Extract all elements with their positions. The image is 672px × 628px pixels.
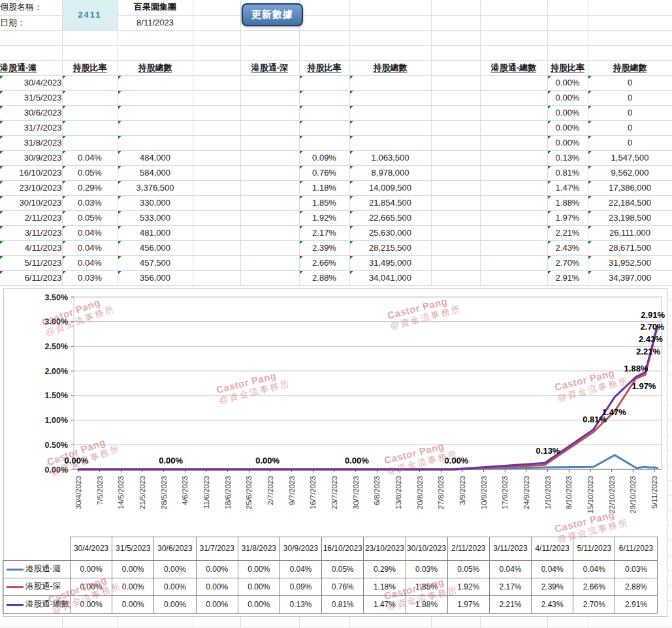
value-cell	[299, 120, 349, 135]
data-table-value: 0.04%	[280, 561, 321, 578]
column-header: 持股比率	[299, 60, 349, 75]
spreadsheet: 個股名稱： 2411 百果園集團 日期： 8/11/2023 港股通-滬持股比率…	[0, 0, 672, 628]
value-cell	[480, 90, 547, 105]
gridline-fragment	[668, 405, 672, 405]
cell-flag-icon	[350, 196, 353, 199]
data-table-value: 2.17%	[489, 578, 531, 596]
cell-flag-icon	[588, 256, 592, 259]
legend-cell: 港股通-總數	[3, 596, 71, 614]
cell-flag-icon	[118, 196, 121, 199]
gridline-fragment	[668, 345, 672, 345]
cell-flag-icon	[63, 211, 66, 214]
cell-flag-icon	[300, 166, 303, 169]
cell-flag-icon	[350, 91, 353, 94]
value-cell: 22,665,500	[349, 210, 431, 225]
update-data-button[interactable]: 更新數據	[242, 3, 303, 26]
value-cell	[349, 135, 431, 150]
value-cell	[193, 135, 240, 150]
cell-flag-icon	[0, 181, 3, 184]
date-cell: 4/11/2023	[0, 240, 62, 255]
value-cell: 0.00%	[547, 75, 588, 90]
value-cell: 34,041,000	[349, 270, 431, 285]
data-table-value: 0.00%	[196, 596, 238, 614]
value-cell	[118, 105, 193, 120]
column-header	[193, 60, 240, 75]
date-value: 8/11/2023	[118, 15, 193, 30]
data-table-value: 2.39%	[532, 578, 573, 596]
value-cell	[240, 270, 299, 285]
cell-flag-icon	[0, 136, 3, 139]
cell-flag-icon	[0, 151, 3, 154]
value-cell: 0	[588, 105, 672, 120]
value-cell	[240, 255, 299, 270]
cell-flag-icon	[548, 76, 551, 79]
cell-flag-icon	[350, 166, 353, 169]
data-table-corner	[3, 537, 71, 561]
data-table-series-row: 港股通-深0.00%0.00%0.00%0.00%0.00%0.09%0.76%…	[3, 578, 658, 596]
gridline-fragment	[668, 465, 672, 465]
column-header: 持股比率	[547, 60, 588, 75]
legend-label: 港股通-滬	[25, 564, 61, 574]
cell-flag-icon	[548, 241, 551, 244]
column-header: 港股通-深	[240, 60, 299, 75]
value-cell	[240, 105, 299, 120]
cell-flag-icon	[0, 196, 3, 199]
data-table-value: 1.88%	[406, 596, 447, 614]
value-cell	[431, 165, 480, 180]
table-row: 5/11/20230.04%457,5002.66%31,495,0002.70…	[0, 255, 672, 270]
value-cell	[431, 120, 480, 135]
legend-label: 港股通-總數	[25, 599, 69, 610]
cell-flag-icon	[588, 76, 592, 79]
cell-flag-icon	[63, 166, 66, 169]
value-cell: 14,009,500	[349, 180, 431, 195]
cell-flag-icon	[63, 121, 66, 124]
value-cell	[193, 120, 240, 135]
data-table-value: 0.00%	[154, 596, 196, 614]
cell-flag-icon	[548, 166, 551, 169]
table-row: 4/11/20230.04%456,0002.39%28,215,5002.43…	[0, 240, 672, 255]
value-cell: 0.13%	[547, 150, 588, 165]
data-table-date-header: 6/11/2023	[615, 537, 657, 561]
data-table-value: 1.85%	[406, 578, 447, 596]
value-cell	[193, 150, 240, 165]
data-table-date-header: 31/8/2023	[238, 537, 280, 561]
value-cell: 1.92%	[299, 210, 349, 225]
value-cell: 0.04%	[62, 150, 118, 165]
cell-flag-icon	[588, 226, 592, 229]
value-cell	[193, 180, 240, 195]
value-cell: 0	[588, 75, 672, 90]
gridline-fragment	[668, 360, 672, 360]
value-cell	[240, 165, 299, 180]
cell-flag-icon	[0, 121, 3, 124]
gridline-fragment	[668, 390, 672, 390]
value-cell	[480, 240, 547, 255]
gridline-fragment	[668, 495, 672, 495]
value-cell	[431, 225, 480, 240]
cell-flag-icon	[63, 196, 66, 199]
value-cell: 457,500	[118, 255, 193, 270]
value-cell: 0.00%	[547, 105, 588, 120]
legend-cell: 港股通-深	[3, 578, 71, 596]
stock-code-cell[interactable]: 2411	[62, 0, 118, 30]
cell-flag-icon	[548, 106, 551, 109]
value-cell: 0.00%	[547, 90, 588, 105]
table-row: 30/10/20230.03%330,0001.85%21,854,5001.8…	[0, 195, 672, 210]
cell-flag-icon	[300, 271, 303, 274]
gridline-fragment	[193, 617, 193, 627]
cell-flag-icon	[118, 226, 121, 229]
cell-flag-icon	[350, 106, 353, 109]
value-cell: 533,000	[118, 210, 193, 225]
value-cell: 0	[588, 90, 672, 105]
legend-line-swatch	[7, 604, 24, 606]
gridline-fragment	[668, 555, 672, 556]
data-table-date-header: 31/5/2023	[112, 537, 154, 561]
value-cell: 0	[588, 120, 672, 135]
cell-flag-icon	[350, 211, 353, 214]
data-table-date-header: 5/11/2023	[573, 537, 615, 561]
table-row: 31/5/20230.00%0	[0, 90, 672, 105]
value-cell: 0.09%	[299, 150, 349, 165]
value-cell	[349, 90, 431, 105]
gridline-fragment	[668, 585, 672, 586]
value-cell	[62, 120, 118, 135]
table-row: 16/10/20230.05%584,0000.76%8,978,0000.81…	[0, 165, 672, 180]
